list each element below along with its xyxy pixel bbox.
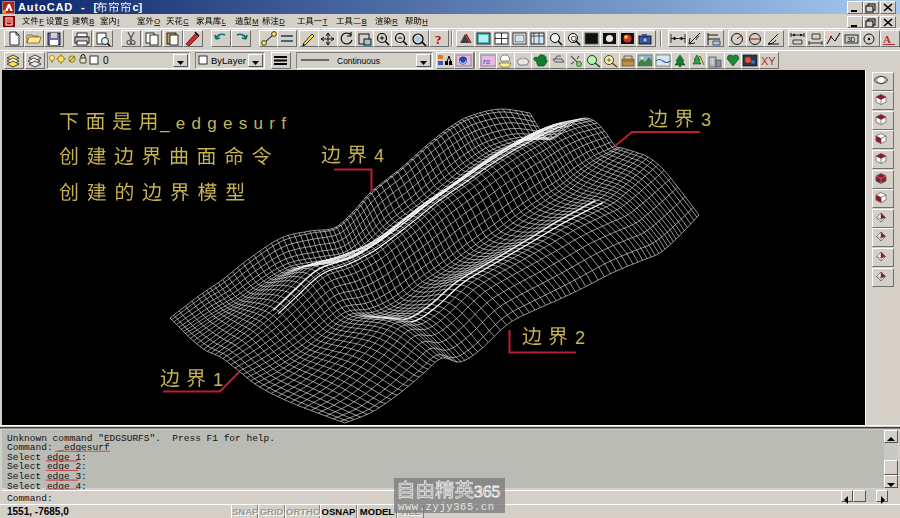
svg-text:365: 365	[474, 481, 501, 501]
svg-text:www.zyjy365.cn: www.zyjy365.cn	[398, 501, 495, 513]
